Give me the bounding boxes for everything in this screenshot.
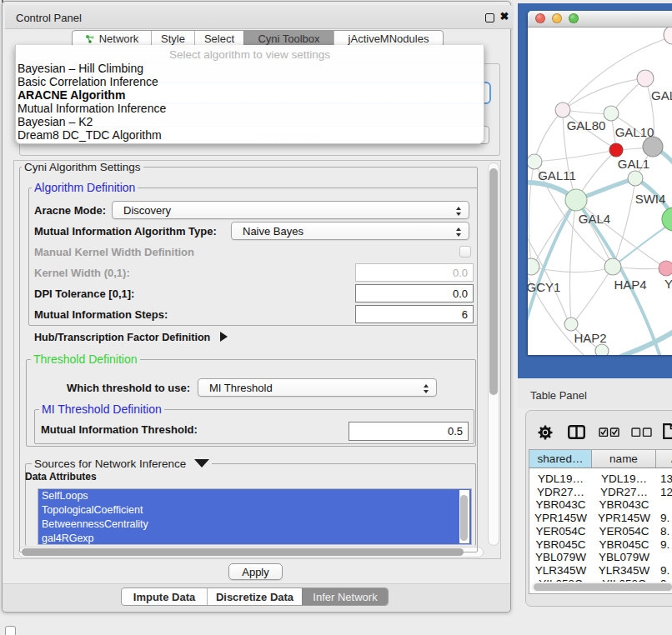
close-window-button[interactable]: ✖ [499, 9, 510, 24]
document-icon[interactable] [663, 423, 672, 439]
network-node-label: Y [664, 277, 672, 291]
table-row[interactable]: YLR345WYLR345W9. [529, 564, 672, 578]
collapse-down-icon[interactable] [194, 459, 209, 468]
table-row[interactable]: YBR045CYBR045C9. [529, 538, 672, 552]
split-columns-icon[interactable] [568, 425, 585, 439]
network-edge[interactable] [574, 267, 613, 322]
tab-label: Network [99, 32, 139, 45]
network-node-HAP2[interactable] [564, 318, 578, 331]
mi-threshold-value: 0.5 [448, 422, 463, 440]
network-edge-thick[interactable] [613, 222, 672, 267]
network-node-GAL11[interactable] [528, 154, 542, 169]
table-row[interactable]: YPR145WYPR145W9. [529, 512, 672, 525]
dpi-tolerance-field[interactable]: 0.0 [355, 284, 474, 302]
combo-stepper-icon [455, 205, 462, 217]
network-edge[interactable] [536, 150, 616, 162]
algorithm-option[interactable]: Mutual Information Inference [17, 102, 483, 115]
algorithm-option[interactable]: Bayesian – K2 [17, 115, 483, 128]
zoom-traffic-light[interactable] [569, 13, 579, 23]
tab-label: Select [204, 32, 234, 45]
network-node-label: GAL4 [579, 212, 610, 226]
table-cell: YBL079W [592, 551, 656, 564]
attributes-list-scrollbar[interactable] [459, 490, 469, 543]
tab-infer-network[interactable]: Infer Network [302, 588, 388, 605]
tab-discretize-data[interactable]: Discretize Data [207, 588, 302, 605]
data-attributes-list[interactable]: SelfLoopsTopologicalCoefficientBetweenne… [38, 488, 472, 545]
manual-kernel-label: Manual Kernel Width Definition [34, 246, 194, 258]
hub-definition-text: Hub/Transcription Factor Definition [34, 332, 210, 343]
network-node-pink-right[interactable] [659, 261, 672, 276]
network-node-HAP4[interactable] [604, 258, 621, 275]
mi-type-combobox[interactable]: Naive Bayes [231, 222, 469, 240]
table-row[interactable]: YBR043CYBR043C [529, 498, 672, 512]
table-cell: YLR345W [529, 564, 592, 578]
network-node-top-cut[interactable] [664, 28, 672, 44]
table-row[interactable]: YBL079WYBL079W [529, 551, 672, 564]
mi-threshold-field[interactable]: 0.5 [349, 422, 469, 441]
network-edge-thick[interactable] [620, 332, 672, 355]
table-cell: YDR27… [529, 486, 592, 499]
mi-steps-field[interactable]: 6 [355, 305, 474, 323]
unchecked-columns-icon[interactable] [631, 428, 652, 437]
attributes-list-scrollbar-thumb[interactable] [460, 495, 468, 541]
node-table[interactable]: shared…nameA YDL19…YDL19…13YDR27…YDR27…1… [529, 449, 672, 594]
expand-right-icon[interactable] [220, 332, 228, 342]
column-header-A[interactable]: A [656, 450, 672, 468]
table-cell: YPR145W [529, 512, 592, 525]
table-row[interactable]: YER054CYER054C8. [529, 525, 672, 538]
network-node-bottom-cut[interactable] [595, 344, 609, 355]
attribute-list-item[interactable]: gal4RGexp [38, 532, 471, 545]
tab-impute-data[interactable]: Impute Data [122, 588, 207, 605]
combo-stepper-icon [423, 382, 429, 394]
mi-type-value: Naive Bayes [243, 222, 303, 240]
close-traffic-light[interactable] [535, 13, 545, 23]
network-edge[interactable] [613, 180, 635, 267]
network-edge[interactable] [569, 200, 576, 322]
algorithm-option[interactable]: Basic Correlation Inference [17, 75, 483, 88]
network-edge[interactable] [576, 200, 664, 267]
checked-columns-icon[interactable] [599, 428, 619, 437]
apply-button[interactable]: Apply [228, 563, 283, 580]
network-node-gray-node[interactable] [643, 137, 663, 157]
network-canvas[interactable]: GAL2GAL80GAL10GAL1GAL11SWI4GAL4GCY1HAP4Y… [528, 28, 672, 355]
table-horizontal-scrollbar-thumb[interactable] [534, 583, 672, 591]
network-edge-thick[interactable] [528, 200, 576, 355]
network-edge[interactable] [534, 110, 563, 161]
mi-steps-value: 6 [462, 306, 468, 323]
network-node-GAL10[interactable] [604, 106, 619, 121]
attribute-list-item[interactable]: TopologicalCoefficient [38, 503, 471, 518]
network-node-label: GAL1 [618, 157, 649, 171]
manual-kernel-checkbox[interactable] [459, 246, 471, 258]
network-node-GAL2[interactable] [637, 70, 654, 87]
network-edge[interactable] [563, 78, 645, 110]
gear-icon[interactable] [538, 425, 553, 440]
aracne-mode-combobox[interactable]: Discovery [112, 201, 469, 219]
hub-definition-label[interactable]: Hub/Transcription Factor Definition [34, 332, 228, 343]
algorithm-option[interactable]: Dream8 DC_TDC Algorithm [17, 128, 483, 142]
which-threshold-combobox[interactable]: MI Threshold [198, 378, 437, 397]
attribute-list-item[interactable]: BetweennessCentrality [38, 518, 471, 532]
network-node-GCY1[interactable] [528, 258, 539, 275]
network-node-SWI4[interactable] [628, 171, 643, 186]
network-node-label: HAP2 [574, 331, 606, 345]
minimize-traffic-light[interactable] [552, 13, 562, 23]
column-header-name[interactable]: name [592, 450, 656, 468]
table-row[interactable]: YDR27…YDR27…12 [529, 486, 672, 499]
aracne-mode-value: Discovery [123, 202, 171, 219]
algorithm-option[interactable]: ARACNE Algorithm [17, 88, 483, 102]
network-node-GAL4[interactable] [565, 189, 587, 211]
table-horizontal-scrollbar[interactable] [531, 582, 672, 592]
table-row[interactable]: YDL19…YDL19…13 [529, 472, 672, 486]
float-window-button[interactable] [485, 13, 494, 22]
kernel-width-field[interactable]: 0.0 [355, 263, 474, 282]
network-node-red-node[interactable] [609, 143, 623, 157]
column-header-shared…[interactable]: shared… [529, 450, 592, 468]
network-node-big-green[interactable] [662, 208, 672, 231]
sources-title[interactable]: Sources for Network Inference [32, 458, 212, 470]
algorithm-option[interactable]: Bayesian – Hill Climbing [17, 62, 483, 75]
partial-checkbox[interactable] [5, 626, 16, 635]
attribute-list-item[interactable]: SelfLoops [38, 489, 471, 503]
table-cell: YBR045C [529, 538, 592, 552]
network-node-GAL80[interactable] [555, 102, 570, 118]
dpi-tolerance-value: 0.0 [453, 285, 468, 302]
